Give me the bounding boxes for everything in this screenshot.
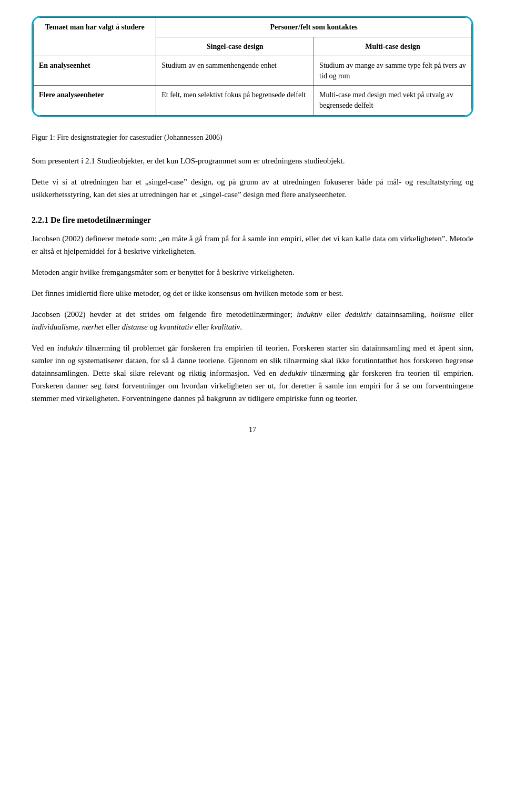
- para6-em7: kvantitativ: [159, 323, 193, 331]
- table-cell-multi-1: Studium av mange av samme type felt på t…: [314, 56, 472, 86]
- para6-mid4: ,: [78, 323, 82, 331]
- para6-em2: deduktiv: [345, 310, 372, 318]
- para6-em3: holisme: [430, 310, 455, 318]
- table-header-multi: Multi-case design: [314, 37, 472, 56]
- para6-mid7: eller: [193, 323, 210, 331]
- para6-pre: Jacobsen (2002) hevder at det strides om…: [32, 310, 297, 318]
- table-cell-multi-2: Multi-case med design med vekt på utvalg…: [314, 86, 472, 115]
- table-header-persons: Personer/felt som kontaktes: [156, 18, 472, 37]
- page-content: Temaet man har valgt å studere Personer/…: [32, 16, 473, 434]
- para6-mid6: og: [148, 323, 160, 331]
- paragraph-4: Metoden angir hvilke fremgangsmåter som …: [32, 266, 473, 279]
- table-cell-label-1: En analyseenhet: [34, 56, 156, 86]
- table-row-2: Flere analyseenheter Et felt, men selekt…: [34, 86, 472, 115]
- table-cell-label-2: Flere analyseenheter: [34, 86, 156, 115]
- table-cell-singel-1: Studium av en sammenhengende enhet: [156, 56, 314, 86]
- design-table: Temaet man har valgt å studere Personer/…: [33, 17, 472, 116]
- page-number: 17: [32, 426, 473, 434]
- para6-mid1: eller: [322, 310, 345, 318]
- table-header-singel: Singel-case design: [156, 37, 314, 56]
- para6-mid2: datainnsamling,: [371, 310, 430, 318]
- para6-em4: individualisme: [32, 323, 78, 331]
- paragraph-5: Det finnes imidlertid flere ulike metode…: [32, 287, 473, 300]
- section-heading-221: 2.2.1 De fire metodetilnærminger: [32, 215, 473, 225]
- paragraph-6: Jacobsen (2002) hevder at det strides om…: [32, 308, 473, 333]
- para6-em5: nærhet: [82, 323, 104, 331]
- paragraph-2: Dette vi si at utredningen har et „singe…: [32, 176, 473, 201]
- para7-em1: induktiv: [57, 344, 83, 352]
- para6-em8: kvalitativ: [211, 323, 240, 331]
- table-row-1: En analyseenhet Studium av en sammenheng…: [34, 56, 472, 86]
- paragraph-1: Som presentert i 2.1 Studieobjekter, er …: [32, 155, 473, 167]
- para7-pre: Ved en: [32, 344, 57, 352]
- para6-em6: distanse: [122, 323, 147, 331]
- para6-end: .: [240, 323, 242, 331]
- table-cell-singel-2: Et felt, men selektivt fokus på begrense…: [156, 86, 314, 115]
- figure-caption: Figur 1: Fire designstrategier for cases…: [32, 132, 473, 143]
- design-table-wrapper: Temaet man har valgt å studere Personer/…: [32, 16, 473, 117]
- para6-em1: induktiv: [297, 310, 322, 318]
- para6-mid5: eller: [104, 323, 122, 331]
- paragraph-7: Ved en induktiv tilnærming til problemet…: [32, 342, 473, 405]
- table-header-topic: Temaet man har valgt å studere: [34, 18, 156, 56]
- paragraph-3: Jacobsen (2002) definerer metode som: „e…: [32, 232, 473, 258]
- para7-em2: deduktiv: [280, 369, 307, 377]
- para6-mid3: eller: [455, 310, 473, 318]
